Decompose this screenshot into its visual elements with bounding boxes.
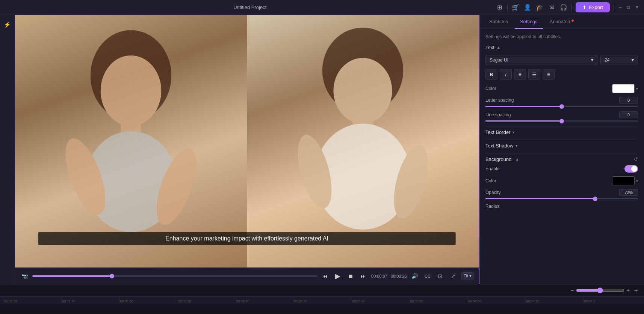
grid-icon[interactable]: ⊞ <box>495 3 503 12</box>
timeline-area: − + ＋ 00:01:20 00:01:40 00:02:00 00:02:2… <box>0 284 644 314</box>
close-button[interactable]: ✕ <box>634 5 639 10</box>
ruler-mark-6: 00:03:20 <box>351 298 409 303</box>
main-area: ⚡ <box>0 15 644 284</box>
background-color-dropdown-arrow[interactable]: ▾ <box>636 179 638 183</box>
volume-button[interactable]: 🔊 <box>410 271 420 281</box>
zoom-slider[interactable] <box>576 287 624 293</box>
opacity-row: Opacity 72% <box>485 189 638 199</box>
line-spacing-label: Line spacing <box>485 112 511 117</box>
text-shadow-section: Text Shadow ▾ <box>485 140 638 152</box>
ruler-mark-8: 00:04:00 <box>467 298 525 303</box>
fullscreen-button[interactable]: ⤢ <box>448 271 458 281</box>
text-border-title: Text Border <box>485 129 510 135</box>
text-shadow-title: Text Shadow <box>485 143 513 149</box>
crop-button[interactable]: ⊡ <box>435 271 445 281</box>
background-color-swatch[interactable] <box>612 176 635 185</box>
background-enable-row: Enable <box>485 165 638 173</box>
background-color-row: Color ▾ <box>485 176 638 185</box>
font-family-select[interactable]: Segoe UI ▾ <box>485 55 597 65</box>
background-reset-icon[interactable]: ↺ <box>634 156 638 162</box>
shop-icon[interactable]: 🛒 <box>511 3 520 12</box>
ruler-mark-9: 00:04:20 <box>525 298 583 303</box>
timeline-ruler: 00:01:20 00:01:40 00:02:00 00:02:20 00:0… <box>0 296 644 304</box>
line-spacing-row: Line spacing 0 <box>485 111 638 122</box>
text-section-header[interactable]: Text ▲ <box>485 45 638 50</box>
align-right-button[interactable]: ≡ <box>543 69 555 80</box>
skip-forward-button[interactable]: ⏭ <box>358 271 368 281</box>
divider2 <box>571 4 572 11</box>
text-color-swatch[interactable] <box>612 84 635 93</box>
background-arrow: ▲ <box>515 157 519 161</box>
app-title: Untitled Project <box>233 5 266 10</box>
bold-button[interactable]: B <box>485 69 497 80</box>
ruler-mark-5: 00:03:00 <box>293 298 351 303</box>
svg-point-7 <box>333 58 392 123</box>
letter-spacing-track[interactable] <box>485 106 638 107</box>
opacity-track[interactable] <box>485 198 638 199</box>
top-bar: Untitled Project ⊞ 🛒 👤 🎓 ✉ 🎧 ⬆ Export ─ … <box>0 0 644 15</box>
play-button[interactable]: ▶ <box>333 271 343 281</box>
ruler-mark-0: 00:01:20 <box>3 298 61 303</box>
screenshot-button[interactable]: 📷 <box>20 271 29 281</box>
fit-select[interactable]: Fit ▾ <box>461 272 474 279</box>
stop-button[interactable]: ⏹ <box>346 271 355 281</box>
panel-tabs: Subtitles Settings Animated <box>479 15 644 29</box>
window-controls: ─ □ ✕ <box>618 5 639 10</box>
text-border-header[interactable]: Text Border ▾ <box>485 126 638 138</box>
font-size-select[interactable]: 24 ▾ <box>600 55 638 65</box>
tab-settings[interactable]: Settings <box>515 15 543 29</box>
filter-icon[interactable]: ⚡ <box>2 20 13 30</box>
text-section-title: Text <box>485 45 494 50</box>
text-color-label: Color <box>485 86 496 91</box>
radius-label: Radius <box>485 204 499 209</box>
video-container: Enhance your marketing impact with effor… <box>15 15 479 267</box>
text-shadow-header[interactable]: Text Shadow ▾ <box>485 140 638 152</box>
minimize-button[interactable]: ─ <box>618 5 623 10</box>
background-enable-label: Enable <box>485 166 499 171</box>
text-border-arrow: ▾ <box>512 130 514 134</box>
opacity-label: Opacity <box>485 190 501 195</box>
background-section: Background ▲ ↺ Enable Color ▾ <box>485 153 638 209</box>
line-spacing-value[interactable]: 0 <box>619 111 638 118</box>
background-enable-toggle[interactable] <box>624 165 638 173</box>
italic-button[interactable]: I <box>500 69 512 80</box>
timeline-zoom: − + <box>571 287 630 293</box>
video-frame-right <box>247 15 479 267</box>
maximize-button[interactable]: □ <box>626 5 631 10</box>
zoom-in-button[interactable]: + <box>627 287 630 293</box>
panel-content: Settings will be applied to all subtitle… <box>479 29 644 284</box>
export-icon: ⬆ <box>582 5 587 10</box>
text-color-dropdown-arrow[interactable]: ▾ <box>636 87 638 91</box>
ruler-mark-4: 00:02:40 <box>235 298 293 303</box>
background-title: Background <box>485 156 511 162</box>
export-button[interactable]: ⬆ Export <box>576 2 610 12</box>
tab-subtitles[interactable]: Subtitles <box>484 15 513 29</box>
user-icon[interactable]: 👤 <box>523 3 532 12</box>
zoom-out-button[interactable]: − <box>571 287 574 293</box>
divider3 <box>614 4 614 11</box>
text-expand-arrow: ▲ <box>497 45 500 50</box>
timeline-controls: − + ＋ <box>0 284 644 296</box>
progress-bar[interactable] <box>32 275 317 277</box>
line-spacing-track[interactable] <box>485 120 638 122</box>
letter-spacing-value[interactable]: 0 <box>619 97 638 104</box>
video-frame-left <box>15 15 247 267</box>
background-header[interactable]: Background ▲ ↺ <box>485 153 638 165</box>
background-color-picker[interactable]: ▾ <box>612 176 638 185</box>
skip-back-button[interactable]: ⏮ <box>320 271 330 281</box>
mail-icon[interactable]: ✉ <box>547 3 556 12</box>
add-track-button[interactable]: ＋ <box>633 286 639 295</box>
graduation-icon[interactable]: 🎓 <box>535 3 544 12</box>
right-panel: Subtitles Settings Animated Settings wil… <box>479 15 644 284</box>
ruler-mark-10: 00:04:2 <box>583 298 641 303</box>
tab-animated[interactable]: Animated <box>544 15 579 29</box>
text-color-picker[interactable]: ▾ <box>612 84 638 93</box>
headset-icon[interactable]: 🎧 <box>559 3 568 12</box>
align-left-button[interactable]: ≡ <box>514 69 526 80</box>
align-center-button[interactable]: ☰ <box>528 69 540 80</box>
captions-button[interactable]: CC <box>423 271 432 281</box>
svg-point-1 <box>101 56 162 126</box>
video-display: Enhance your marketing impact with effor… <box>15 15 479 267</box>
opacity-value[interactable]: 72% <box>619 189 638 196</box>
subtitle-overlay: Enhance your marketing impact with effor… <box>38 232 456 245</box>
